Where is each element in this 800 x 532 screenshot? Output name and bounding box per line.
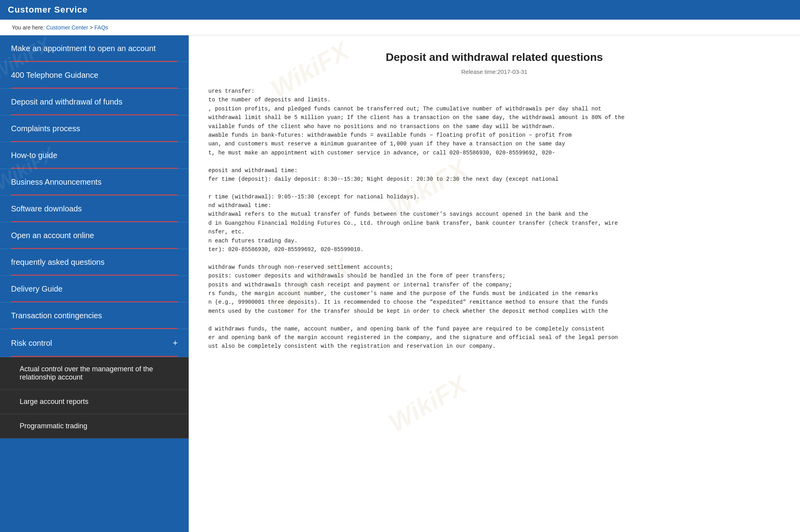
red-underline (11, 194, 178, 195)
red-underline (11, 61, 178, 62)
sidebar-item-delivery-guide[interactable]: Delivery Guide (0, 276, 189, 303)
submenu-item-label: Large account reports (20, 398, 88, 406)
submenu-item-label: Actual control over the management of th… (20, 365, 169, 382)
sidebar-item-label: Make an appointment to open an account (11, 44, 156, 53)
sidebar-submenu: Actual control over the management of th… (0, 357, 189, 438)
sidebar-item-label: How-to guide (11, 151, 57, 160)
sidebar: WikiFX WikiFX Make an appointment to ope… (0, 35, 189, 532)
breadcrumb-faqs[interactable]: FAQs (94, 24, 108, 31)
app-title: Customer Service (8, 5, 88, 15)
top-bar: Customer Service (0, 0, 800, 20)
main-layout: WikiFX WikiFX Make an appointment to ope… (0, 35, 800, 532)
submenu-item-large-account[interactable]: Large account reports (0, 390, 189, 414)
sidebar-item-how-to-guide[interactable]: How-to guide (0, 142, 189, 169)
sidebar-item-label: frequently asked questions (11, 258, 105, 267)
red-underline (11, 328, 178, 329)
red-underline (11, 88, 178, 88)
sidebar-item-faq[interactable]: frequently asked questions (0, 249, 189, 276)
sidebar-item-telephone-guidance[interactable]: 400 Telephone Guidance (0, 62, 189, 89)
breadcrumb-prefix: You are here: (12, 24, 45, 31)
submenu-item-label: Programmatic trading (20, 422, 87, 430)
sidebar-item-label: Open an account online (11, 231, 94, 240)
sidebar-item-label: Business Announcements (11, 178, 101, 187)
red-underline (11, 141, 178, 142)
sidebar-item-make-appointment[interactable]: Make an appointment to open an account (0, 35, 189, 62)
plus-icon: + (173, 338, 178, 348)
breadcrumb-bar: You are here: Customer Center > FAQs (0, 20, 800, 35)
breadcrumb: You are here: Customer Center > FAQs (12, 24, 108, 31)
submenu-item-actual-control[interactable]: Actual control over the management of th… (0, 357, 189, 390)
content-title: Deposit and withdrawal related questions (208, 51, 780, 64)
sidebar-item-label: Delivery Guide (11, 284, 63, 294)
content-release-time: Release time:2017-03-31 (208, 68, 780, 75)
content-body: ures transfer: to the number of deposits… (208, 87, 780, 351)
sidebar-item-transaction-contingencies[interactable]: Transaction contingencies (0, 303, 189, 329)
sidebar-item-label: Software downloads (11, 204, 82, 213)
sidebar-item-risk-control[interactable]: Risk control + (0, 329, 189, 357)
sidebar-item-software-downloads[interactable]: Software downloads (0, 196, 189, 222)
red-underline (11, 301, 178, 302)
sidebar-item-label: Risk control (11, 339, 52, 348)
breadcrumb-customer-center[interactable]: Customer Center (46, 24, 88, 31)
sidebar-item-complaints-process[interactable]: Complaints process (0, 116, 189, 142)
red-underline (11, 221, 178, 222)
red-underline (11, 248, 178, 249)
sidebar-item-label: Deposit and withdrawal of funds (11, 97, 123, 106)
sidebar-item-deposit-withdrawal[interactable]: Deposit and withdrawal of funds (0, 89, 189, 116)
content-area: WikiFX WikiFX WikiFX WikiFX Deposit and … (189, 35, 800, 532)
sidebar-item-business-announcements[interactable]: Business Announcements (0, 169, 189, 196)
sidebar-item-label: 400 Telephone Guidance (11, 71, 98, 80)
submenu-item-programmatic[interactable]: Programmatic trading (0, 414, 189, 438)
sidebar-item-label: Transaction contingencies (11, 311, 102, 320)
red-underline (11, 356, 178, 357)
red-underline (11, 114, 178, 115)
breadcrumb-separator: > (90, 24, 94, 31)
red-underline (11, 275, 178, 275)
red-underline (11, 168, 178, 169)
content-text: ures transfer: to the number of deposits… (208, 87, 780, 351)
sidebar-item-open-account-online[interactable]: Open an account online (0, 222, 189, 249)
sidebar-item-label: Complaints process (11, 124, 80, 133)
